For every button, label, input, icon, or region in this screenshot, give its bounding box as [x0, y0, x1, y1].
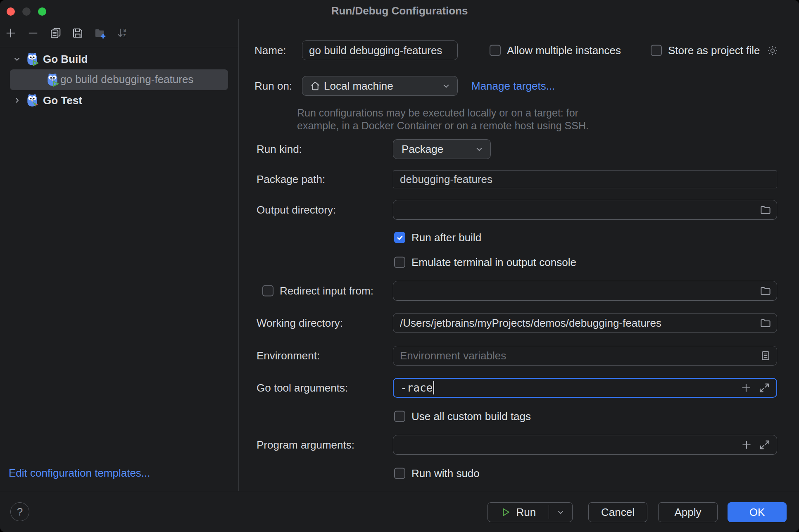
- allow-multiple-instances-label: Allow multiple instances: [507, 44, 621, 57]
- browse-variables-icon[interactable]: [759, 349, 773, 363]
- new-folder-icon[interactable]: [93, 26, 107, 40]
- allow-multiple-instances-checkbox[interactable]: Allow multiple instances: [490, 44, 621, 57]
- sort-configurations-icon[interactable]: a z: [116, 26, 129, 40]
- environment-label: Environment:: [257, 349, 320, 362]
- run-after-build-row: Run after build: [239, 228, 799, 247]
- go-tool-arguments-row: Go tool arguments: -race: [239, 378, 799, 398]
- environment-field[interactable]: [393, 346, 777, 366]
- redirect-input-field[interactable]: [393, 281, 777, 301]
- checkbox[interactable]: [262, 285, 273, 297]
- custom-build-tags-row: Use all custom build tags: [239, 407, 799, 426]
- package-path-input[interactable]: [393, 173, 777, 186]
- run-after-build-label: Run after build: [411, 231, 481, 244]
- package-path-label: Package path:: [257, 173, 325, 186]
- run-kind-value: Package: [399, 143, 474, 156]
- use-custom-build-tags-checkbox[interactable]: Use all custom build tags: [394, 410, 531, 423]
- package-path-field[interactable]: [393, 170, 777, 188]
- program-arguments-label: Program arguments:: [257, 439, 354, 451]
- run-with-sudo-label: Run with sudo: [411, 467, 480, 480]
- save-configuration-icon[interactable]: [71, 26, 84, 40]
- home-icon: [308, 79, 322, 93]
- tree-group-go-test[interactable]: Go Test: [0, 91, 238, 110]
- ok-button[interactable]: OK: [728, 502, 787, 522]
- working-directory-row: Working directory:: [239, 313, 799, 333]
- environment-input[interactable]: [393, 349, 759, 362]
- go-test-icon: [25, 93, 40, 108]
- run-kind-select[interactable]: Package: [393, 139, 491, 159]
- run-on-select[interactable]: Local machine: [302, 76, 458, 96]
- go-tool-arguments-value: -race: [394, 382, 433, 394]
- footer-buttons: Run Cancel Apply OK: [487, 502, 787, 522]
- tree-group-label: Go Build: [43, 53, 88, 66]
- chevron-right-icon[interactable]: [12, 95, 22, 106]
- checkbox[interactable]: [394, 257, 405, 268]
- name-input[interactable]: [302, 44, 457, 57]
- tree-item-go-build-debugging-features[interactable]: go build debugging-features: [10, 69, 228, 90]
- add-argument-icon[interactable]: [739, 381, 753, 395]
- cancel-button[interactable]: Cancel: [588, 502, 647, 522]
- name-field[interactable]: [302, 40, 458, 60]
- run-options-chevron-icon[interactable]: [549, 503, 572, 522]
- add-argument-icon[interactable]: [740, 438, 754, 452]
- run-button-label: Run: [516, 506, 536, 519]
- dialog-footer: ? Run Cancel Apply: [0, 491, 799, 532]
- redirect-input-input[interactable]: [393, 285, 759, 297]
- program-arguments-input[interactable]: [393, 439, 740, 451]
- remove-configuration-icon[interactable]: [26, 26, 40, 40]
- output-directory-field[interactable]: [393, 200, 777, 220]
- tree-group-label: Go Test: [43, 94, 82, 107]
- store-as-project-file-checkbox[interactable]: Store as project file: [651, 44, 779, 57]
- folder-icon[interactable]: [759, 203, 773, 217]
- chevron-down-icon[interactable]: [12, 54, 22, 64]
- package-path-row: Package path:: [239, 170, 799, 188]
- go-build-icon: [45, 72, 60, 87]
- checkbox[interactable]: [394, 232, 405, 243]
- run-button[interactable]: Run: [487, 502, 573, 522]
- expand-field-icon[interactable]: [758, 438, 772, 452]
- configurations-sidebar: a z Go Build: [0, 19, 238, 491]
- apply-button-label: Apply: [674, 506, 701, 519]
- output-directory-label: Output directory:: [257, 204, 336, 216]
- sidebar-toolbar: a z: [0, 19, 238, 47]
- name-row: Name: Allow multiple instances Store as …: [239, 41, 799, 60]
- go-tool-arguments-label: Go tool arguments:: [257, 382, 348, 394]
- run-play-icon: [500, 507, 511, 518]
- manage-targets-link[interactable]: Manage targets...: [471, 80, 555, 93]
- use-custom-build-tags-label: Use all custom build tags: [411, 410, 531, 423]
- folder-icon[interactable]: [759, 316, 773, 330]
- run-kind-row: Run kind: Package: [239, 140, 799, 159]
- checkbox[interactable]: [394, 411, 405, 422]
- cancel-button-label: Cancel: [601, 506, 635, 519]
- emulate-terminal-checkbox[interactable]: Emulate terminal in output console: [394, 256, 576, 269]
- checkbox[interactable]: [651, 45, 662, 56]
- redirect-input-checkbox[interactable]: Redirect input from:: [262, 285, 373, 297]
- text-cursor: [433, 381, 434, 394]
- apply-button[interactable]: Apply: [658, 502, 718, 522]
- tree-group-go-build[interactable]: Go Build: [0, 50, 238, 69]
- add-configuration-icon[interactable]: [4, 26, 17, 40]
- emulate-terminal-label: Emulate terminal in output console: [411, 256, 576, 269]
- run-with-sudo-checkbox[interactable]: Run with sudo: [394, 467, 480, 480]
- folder-icon[interactable]: [759, 284, 773, 298]
- output-directory-row: Output directory:: [239, 200, 799, 220]
- edit-configuration-templates-link[interactable]: Edit configuration templates...: [9, 467, 150, 480]
- run-on-row: Run on: Local machine Manage targets...: [239, 76, 799, 96]
- run-after-build-checkbox[interactable]: Run after build: [394, 231, 481, 244]
- window-title: Run/Debug Configurations: [0, 0, 799, 21]
- program-arguments-field[interactable]: [393, 435, 777, 455]
- run-on-description: Run configurations may be executed local…: [297, 107, 605, 132]
- redirect-input-label: Redirect input from:: [280, 285, 373, 297]
- help-button[interactable]: ?: [10, 502, 29, 521]
- expand-field-icon[interactable]: [757, 381, 771, 395]
- gear-icon[interactable]: [766, 44, 779, 57]
- checkbox[interactable]: [394, 468, 405, 479]
- working-directory-field[interactable]: [393, 313, 777, 333]
- environment-row: Environment:: [239, 346, 799, 366]
- output-directory-input[interactable]: [393, 204, 759, 216]
- working-directory-input[interactable]: [393, 317, 759, 330]
- go-tool-arguments-field[interactable]: -race: [393, 378, 777, 398]
- checkbox[interactable]: [490, 45, 501, 56]
- copy-configuration-icon[interactable]: [49, 26, 62, 40]
- ok-button-label: OK: [749, 506, 765, 519]
- run-on-label: Run on:: [254, 80, 292, 93]
